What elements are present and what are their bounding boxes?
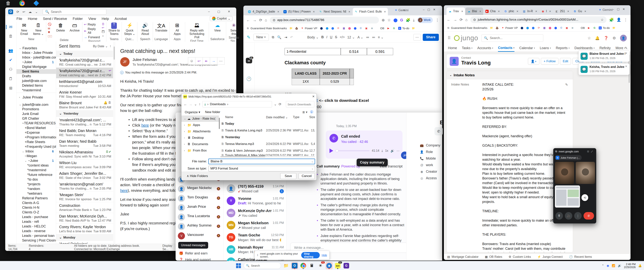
nav-tab[interactable]: Tasks▾	[462, 45, 472, 52]
chrome-menu-icon[interactable]: ⋮	[436, 18, 439, 22]
muted-bell-icon[interactable]: 🔕	[216, 187, 220, 191]
more-actions-button[interactable]: ⋯	[217, 57, 225, 65]
display-settings[interactable]: Display Se...	[162, 244, 174, 251]
forward-icon[interactable]: →	[453, 18, 457, 22]
bookmark-item[interactable]: ▶	[588, 27, 590, 30]
archive-button[interactable]: 🗃Archive	[68, 23, 81, 32]
zoom-icon[interactable]: ⊕	[382, 18, 385, 22]
home-icon[interactable]: ⌂	[265, 18, 267, 22]
history-clock-icon[interactable]: 🕐	[246, 76, 252, 81]
outlook-search-input[interactable]: 🔍Search	[43, 9, 106, 15]
column-type[interactable]: Type	[293, 115, 308, 120]
salesforce-view-button[interactable]: ☁View	[211, 23, 224, 32]
refer-and-earn[interactable]: 🎁Refer and earn	[179, 251, 208, 255]
column-name[interactable]: Name	[220, 115, 266, 120]
email-row[interactable]: ⌄ Ned Babb; Dan Moran↩🔔 🗓🗓✔ RE: Team mee…	[56, 127, 113, 138]
contact-field-mobile[interactable]: 📞Mobile	[420, 157, 436, 161]
delete-button[interactable]: 🗑Delete	[54, 23, 67, 32]
url-bar[interactable]: ⊙app.box.com/notes/71175488786	[270, 17, 379, 24]
copilot-button[interactable]: Copilot ⌄	[210, 16, 232, 21]
home-icon[interactable]: ⌂	[466, 18, 468, 22]
folder-item[interactable]: Sent Items	[16, 69, 56, 74]
quo-taskbar-icon[interactable]: quo22	[334, 262, 341, 269]
strike-button[interactable]: S	[335, 35, 337, 39]
email-row[interactable]: ⌄ Nikolaos Athanasiou↩🔔 🗓🗓✔ Accepted: Sy…	[56, 149, 113, 160]
tab-close-icon[interactable]: ✕	[277, 10, 279, 13]
italic-button[interactable]: I	[326, 35, 327, 39]
outline-icon[interactable]: ⧉	[272, 35, 274, 39]
bookmark-item[interactable]: 💩	[496, 27, 498, 30]
search-note-icon[interactable]: 🔍	[277, 35, 282, 39]
bookmark-item[interactable]: ⬤	[326, 27, 328, 30]
more-icon[interactable]: ⋯	[396, 149, 400, 153]
muted-bell-icon[interactable]: 🔕	[216, 215, 220, 219]
read-aloud-button[interactable]: 🔊ReadAloud	[139, 23, 151, 36]
meet-window-icons[interactable]: ⊡⤢	[587, 150, 594, 153]
folder-item[interactable]: ⌄ juleef@rate.com	[16, 102, 56, 107]
slack-icon[interactable]: ✳71	[317, 262, 324, 269]
bookmark-item[interactable]: OB	[576, 26, 585, 30]
nav-edit-pencil-icon[interactable]: ✎	[625, 46, 628, 50]
thread-row[interactable]: MNMegan Nickelson1:01 PM↙ ↗ Draft:Missed…	[224, 219, 286, 231]
email-row[interactable]: ⌄ Dan Moran; McKenzie Dyh...↩🔔 🗓🗓✔ RE: N…	[56, 213, 113, 224]
utility-bar-item[interactable]: ▤Mortgage Calculator	[447, 255, 478, 258]
contact-row[interactable]: Tina Lucatorta🔕	[176, 213, 224, 222]
folder-item[interactable]: Clients O-Z	[16, 210, 56, 215]
horizontal-scrollbar[interactable]	[220, 156, 315, 158]
stop-sharing-button[interactable]: Stop sharing	[301, 252, 320, 258]
more-apps-icon[interactable]: ⊞	[5, 86, 16, 90]
menu-item[interactable]: Acrobat	[114, 17, 127, 21]
folder-item[interactable]: Leads - refi	[16, 219, 56, 224]
email-row[interactable]: ⌄ 'Meagan Stein'↩🔔 🗓🗓✔ RE: Invoice for s…	[56, 192, 113, 202]
email-row[interactable]: ⌄ Annie Keener↩🔔 🗓🗓✔ FW: Stay Ahead with…	[56, 89, 113, 100]
contact-field-work[interactable]: @work	[420, 163, 433, 167]
bookmark-item[interactable]: ⬤	[526, 27, 529, 30]
inbox-icon[interactable]: ▬11	[246, 58, 252, 63]
wifi-icon[interactable]: 📶	[612, 264, 615, 267]
tab-close-icon[interactable]: ✕	[498, 10, 500, 13]
contact-field-creator[interactable]: ◉Creator	[420, 170, 437, 174]
file-row[interactable]: 🗎 Today	[220, 120, 315, 127]
email-row[interactable]: ⌄Monday ↩🔔 🗓🗓✔	[56, 234, 113, 241]
menu-item[interactable]: View	[88, 17, 96, 21]
url-bar[interactable]: ⊙juleefelsman.lightning.force.com/lightn…	[470, 16, 606, 23]
muted-bell-icon[interactable]: 🔕	[216, 196, 220, 200]
folder-item[interactable]: ~TEAM RESOURCES	[16, 121, 56, 126]
sort-selector[interactable]: By Date ⌄ ↑	[93, 44, 111, 48]
leave-call-button[interactable]: ✆	[584, 212, 594, 220]
camera-button[interactable]: 🎥	[565, 212, 572, 220]
tray-chevron-icon[interactable]: ⌃	[602, 264, 604, 267]
bookmark-item[interactable]: 💩	[295, 27, 298, 30]
download-icon[interactable]: ⤓	[413, 18, 415, 22]
up-icon[interactable]: ↑	[199, 102, 200, 106]
thread-row[interactable]: MDMcKenzie Dyhr-Arnold1:01 PM↙ ↗ Draft:Y…	[224, 207, 286, 219]
folder-item[interactable]: Referral Partners	[16, 196, 56, 201]
new-note-button[interactable]: New +	[254, 34, 269, 41]
folder-item[interactable]: Clients H-N	[16, 205, 56, 210]
reply-button[interactable]: ↩Reply	[84, 23, 100, 27]
recycle-bin-icon[interactable]: 🗑	[3, 0, 13, 6]
folder-item[interactable]: ~Julee 1	[16, 60, 56, 65]
extensions-puzzle-icon[interactable]: 🧩	[609, 18, 614, 22]
menu-item[interactable]: Help	[102, 17, 109, 21]
folder-item[interactable]: ⌄ ~Julee 1	[16, 159, 56, 163]
folder-item[interactable]: ⌄ Favorites	[16, 46, 56, 50]
file-explorer-icon[interactable]: 📁	[282, 262, 290, 269]
presenter-pill[interactable]: ⊞Julee Felsman (...	[555, 155, 582, 160]
chrome-desktop-icon[interactable]	[17, 0, 27, 7]
contact-row[interactable]: Tom Douglas🔕	[176, 194, 224, 203]
speed-button[interactable]: 1x	[385, 149, 388, 153]
bookmark-item[interactable]: 📁	[612, 27, 615, 30]
folder-item[interactable]: Leads - purchase	[16, 215, 56, 219]
view-options-icon[interactable]: ≣ ▾	[302, 110, 308, 114]
more-options-button[interactable]: ⋮	[574, 212, 582, 220]
tab-close-icon[interactable]: ✕	[584, 10, 586, 13]
bookmark-item[interactable]: ⊛	[571, 27, 574, 30]
tree-item[interactable]: › 📁 Apps	[182, 122, 219, 128]
folder-item[interactable]: Inbox - juleef@rate.com 6	[16, 55, 56, 60]
page-scrollbar[interactable]	[628, 54, 630, 253]
new-folder-button[interactable]: New folder	[205, 110, 220, 114]
download-icon[interactable]: ⤓	[382, 149, 383, 153]
gemini-button[interactable]: ✦Gemini	[395, 8, 408, 12]
all-apps-button[interactable]: ⊞AllApps	[171, 23, 184, 36]
